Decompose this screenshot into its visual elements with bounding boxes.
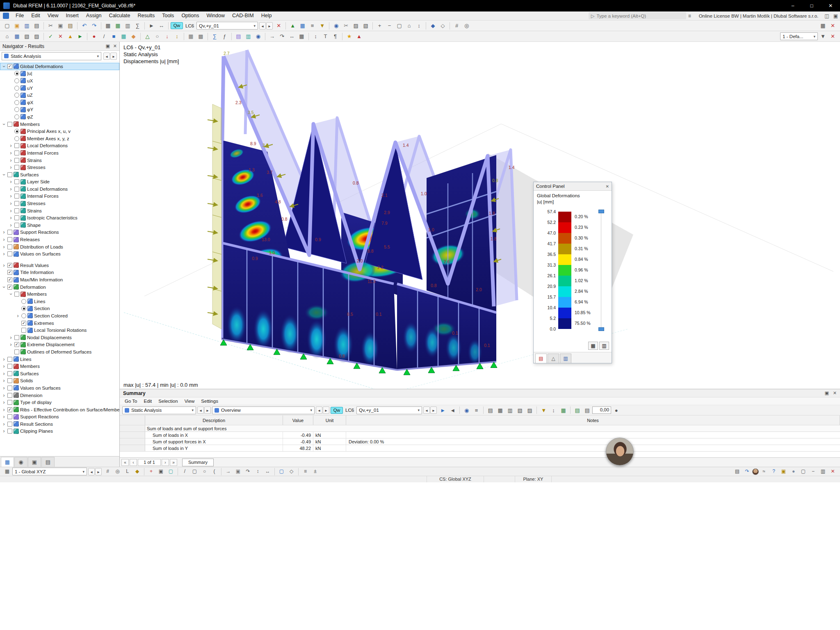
expander-icon[interactable]: › <box>9 150 13 156</box>
radio-button[interactable] <box>21 313 26 318</box>
tree-item-result-sections[interactable]: ›Result Sections <box>0 420 119 428</box>
network-status-icon[interactable]: ≈ <box>759 468 769 475</box>
expander-icon[interactable]: › <box>9 215 13 221</box>
radio-button[interactable] <box>14 129 19 134</box>
tree-item-ribs-effective-contribution-on-surface-member[interactable]: ›✓Ribs - Effective Contribution on Surfa… <box>0 406 119 413</box>
analysis-prev-next[interactable]: ◂▸ <box>103 52 117 60</box>
axes-display-icon[interactable]: + <box>146 468 156 475</box>
expander-icon[interactable]: › <box>1 64 7 68</box>
node-icon[interactable]: ● <box>89 32 99 41</box>
checkbox[interactable] <box>14 215 19 220</box>
table-settings-icon[interactable]: ▦ <box>559 406 568 415</box>
solid-view-icon[interactable]: ▨ <box>32 32 41 41</box>
tables-icon[interactable]: ▦ <box>103 21 113 30</box>
tree-item-support-reactions[interactable]: ›Support Reactions <box>0 229 119 236</box>
close-button[interactable]: ✕ <box>821 0 840 11</box>
expander-icon[interactable]: › <box>9 335 13 340</box>
tree-item-stresses[interactable]: ›Stresses <box>0 200 119 207</box>
summary-menu-selection[interactable]: Selection <box>155 399 181 404</box>
undo-icon[interactable]: ↶ <box>80 21 89 30</box>
result-values-icon[interactable]: ≡ <box>308 21 317 30</box>
split-view-icon[interactable]: ▥ <box>818 468 828 475</box>
print-table-icon[interactable]: ▤ <box>582 406 592 415</box>
result-table-icon[interactable]: ▦ <box>298 21 307 30</box>
tree-item-result-values[interactable]: ›✓Result Values <box>0 262 119 269</box>
tree-item-support-reactions[interactable]: ›Support Reactions <box>0 413 119 421</box>
summary-lc-color-button[interactable]: Qw <box>331 407 343 414</box>
stretch-obj-icon[interactable]: ↔ <box>263 468 272 475</box>
menu-item-cad-bim[interactable]: CAD-BIM <box>228 13 258 18</box>
table-tree-icon[interactable]: ▤ <box>486 406 495 415</box>
tree-item-values-on-surfaces[interactable]: ›Values on Surfaces <box>0 384 119 392</box>
value-display-icon[interactable]: ≡ <box>472 406 481 415</box>
snap-toggle-icon[interactable]: ◎ <box>113 468 122 475</box>
nav-tab-results[interactable]: ▤ <box>41 457 55 467</box>
flag-icon[interactable]: ▲ <box>354 32 364 41</box>
tree-item-clipping-planes[interactable]: ›Clipping Planes <box>0 428 119 435</box>
expander-icon[interactable]: › <box>2 237 6 242</box>
fullscreen-icon[interactable]: ▢ <box>799 468 808 475</box>
expander-icon[interactable]: › <box>9 186 13 192</box>
dock-window-icon[interactable]: ◫ <box>822 13 831 19</box>
checkbox[interactable] <box>7 429 12 434</box>
table-export-icon[interactable]: ▧ <box>515 406 525 415</box>
tab-color-scale[interactable]: ▤ <box>535 354 547 363</box>
view-combo[interactable]: Overview▾ <box>212 406 315 414</box>
hinge-icon[interactable]: ○ <box>153 32 162 41</box>
radio-button[interactable] <box>14 86 19 91</box>
move-obj-icon[interactable]: → <box>224 468 233 475</box>
menu-item-assign[interactable]: Assign <box>82 13 105 18</box>
tree-item-members[interactable]: ›Members <box>0 290 119 298</box>
menu-item-insert[interactable]: Insert <box>62 13 82 18</box>
checkbox[interactable]: ✓ <box>7 407 12 412</box>
expander-icon[interactable]: › <box>2 421 6 427</box>
license-lock-icon[interactable]: ▣ <box>779 468 788 475</box>
snap-icon[interactable]: ◎ <box>462 21 471 30</box>
rotate-obj-icon[interactable]: ↷ <box>243 468 253 475</box>
nodal-load-icon[interactable]: ↓ <box>162 32 172 41</box>
expander-icon[interactable]: › <box>8 292 14 297</box>
menu-item-results[interactable]: Results <box>134 13 159 18</box>
close-visibility-icon[interactable]: ✕ <box>828 32 838 41</box>
ortho-toggle-icon[interactable]: L <box>123 468 132 475</box>
draw-arc-icon[interactable]: ( <box>210 468 219 475</box>
tree-item-outlines-of-deformed-surfaces[interactable]: Outlines of Deformed Surfaces <box>0 348 119 356</box>
tree-item-section[interactable]: Section <box>0 305 119 313</box>
tree-item-member-axes-x-y-z[interactable]: Member Axes x, y, z <box>0 135 119 142</box>
search-table-icon[interactable]: ● <box>612 406 621 415</box>
zoom-window-icon[interactable]: ▢ <box>395 21 404 30</box>
new-model-icon[interactable]: ▢ <box>2 21 12 30</box>
checkbox[interactable] <box>14 201 19 206</box>
scale-slider-top[interactable] <box>598 210 604 213</box>
checkbox[interactable] <box>14 335 19 340</box>
checkbox[interactable] <box>7 251 12 256</box>
tree-item-internal-forces[interactable]: ›Internal Forces <box>0 149 119 157</box>
cancel-calc-icon[interactable]: ✕ <box>56 32 65 41</box>
tree-item-global-deformations[interactable]: ›✓Global Deformations <box>0 63 119 70</box>
tree-item-strains[interactable]: ›Strains <box>0 157 119 164</box>
tree-item-nodal-displacements[interactable]: ›Nodal Displacements <box>0 334 119 341</box>
checkbox[interactable] <box>7 378 12 383</box>
checkbox[interactable]: ✓ <box>7 263 12 268</box>
expander-icon[interactable]: › <box>2 414 6 420</box>
expander-icon[interactable]: › <box>16 313 20 319</box>
checkbox[interactable] <box>7 122 12 127</box>
checkbox[interactable] <box>14 143 19 148</box>
radio-button[interactable] <box>14 93 19 98</box>
sync-cloud-icon[interactable]: ↷ <box>742 468 752 475</box>
tree-item-surfaces[interactable]: ›Surfaces <box>0 370 119 377</box>
checkbox[interactable]: ✓ <box>7 270 12 275</box>
tree-item-x[interactable]: φX <box>0 99 119 106</box>
expander-icon[interactable]: › <box>2 363 6 369</box>
expander-icon[interactable]: › <box>9 158 13 163</box>
zoom-in-icon[interactable]: + <box>375 21 384 30</box>
shading-icon[interactable]: ▧ <box>361 21 370 30</box>
array-copy-icon[interactable]: ▦ <box>297 32 306 41</box>
warnings-icon[interactable]: ▲ <box>66 32 75 41</box>
summary-sheet-tab[interactable]: Summary <box>182 459 214 466</box>
visibility-icon[interactable]: ◉ <box>331 21 341 30</box>
tree-item-layer-side[interactable]: ›Layer Side <box>0 178 119 186</box>
model-view-icon[interactable]: ▦ <box>12 32 22 41</box>
zoom-out-icon[interactable]: − <box>385 21 394 30</box>
expander-icon[interactable]: › <box>2 371 6 377</box>
